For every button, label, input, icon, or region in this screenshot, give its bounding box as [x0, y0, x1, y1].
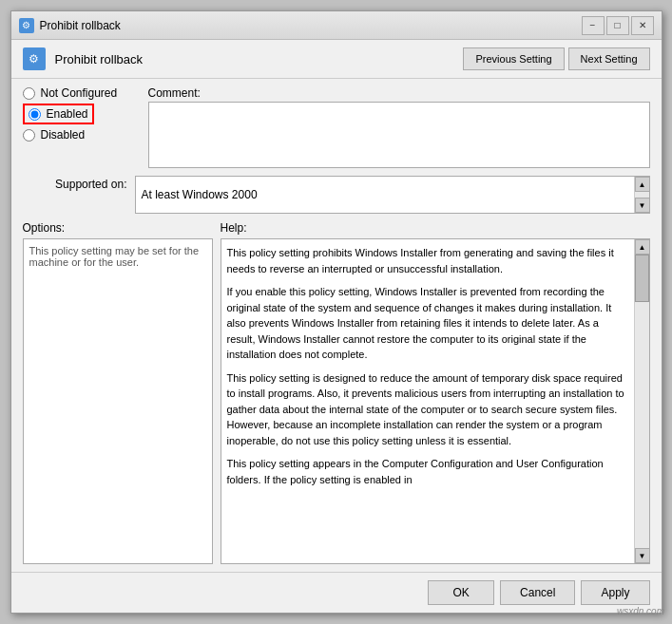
options-text: This policy setting may be set for the m…	[29, 245, 200, 268]
enabled-radio-item[interactable]: Enabled	[23, 104, 137, 124]
next-setting-button[interactable]: Next Setting	[568, 47, 650, 70]
help-section: Help: This policy setting prohibits Wind…	[221, 221, 650, 564]
supported-label: Supported on:	[23, 176, 127, 191]
cancel-button[interactable]: Cancel	[500, 580, 575, 605]
not-configured-radio-item[interactable]: Not Configured	[23, 86, 137, 100]
comment-textarea[interactable]	[148, 102, 650, 168]
sections-area: Options: This policy setting may be set …	[23, 221, 650, 564]
help-header: Help:	[221, 221, 650, 235]
help-para-2: If you enable this policy setting, Windo…	[227, 284, 628, 363]
supported-scroll-up[interactable]: ▲	[635, 177, 650, 192]
header-icon: ⚙	[23, 47, 46, 70]
help-scroll-track	[635, 255, 649, 548]
not-configured-radio[interactable]	[23, 87, 35, 100]
options-header: Options:	[23, 221, 213, 235]
disabled-radio-item[interactable]: Disabled	[23, 128, 137, 142]
header-section: ⚙ Prohibit rollback Previous Setting Nex…	[11, 40, 662, 79]
maximize-button[interactable]: □	[606, 16, 629, 35]
title-bar-controls: − □ ✕	[582, 16, 654, 35]
supported-scrollbar: ▲ ▼	[634, 177, 649, 213]
disabled-radio[interactable]	[23, 129, 35, 142]
sections-content: Options: This policy setting may be set …	[23, 221, 650, 564]
options-box: This policy setting may be set for the m…	[23, 238, 213, 564]
header-buttons: Previous Setting Next Setting	[463, 47, 649, 70]
close-button[interactable]: ✕	[631, 16, 654, 35]
supported-row: Supported on: At least Windows 2000 ▲ ▼	[23, 176, 650, 214]
footer: OK Cancel Apply	[11, 572, 662, 613]
enabled-radio[interactable]	[29, 108, 41, 121]
title-bar: ⚙ Prohibit rollback − □ ✕	[11, 11, 662, 40]
comment-label: Comment:	[148, 86, 650, 100]
ok-button[interactable]: OK	[428, 580, 494, 605]
minimize-button[interactable]: −	[582, 16, 605, 35]
top-row: Not Configured Enabled Disabled Comment:	[23, 86, 650, 168]
supported-value-wrapper: At least Windows 2000 ▲ ▼	[135, 176, 650, 214]
previous-setting-button[interactable]: Previous Setting	[463, 47, 564, 70]
not-configured-label: Not Configured	[41, 86, 118, 100]
window-title: Prohibit rollback	[40, 19, 582, 32]
content-area: Not Configured Enabled Disabled Comment:	[11, 79, 662, 572]
header-title: Prohibit rollback	[55, 52, 464, 66]
window-icon: ⚙	[19, 18, 34, 33]
enabled-label: Enabled	[47, 107, 88, 121]
enabled-radio-wrapper: Enabled	[23, 104, 94, 124]
help-para-4: This policy setting appears in the Compu…	[227, 456, 628, 487]
supported-scroll-down[interactable]: ▼	[635, 198, 650, 213]
comment-section: Comment:	[148, 86, 650, 168]
supported-value: At least Windows 2000	[142, 188, 258, 201]
help-box-wrapper: This policy setting prohibits Windows In…	[221, 238, 650, 564]
help-box[interactable]: This policy setting prohibits Windows In…	[221, 239, 634, 563]
help-scrollbar: ▲ ▼	[634, 239, 649, 563]
help-para-3: This policy setting is designed to reduc…	[227, 370, 628, 449]
help-scroll-down[interactable]: ▼	[635, 548, 650, 563]
apply-button[interactable]: Apply	[581, 580, 649, 605]
main-window: ⚙ Prohibit rollback − □ ✕ ⚙ Prohibit rol…	[10, 10, 662, 614]
disabled-label: Disabled	[41, 128, 86, 142]
help-scroll-up[interactable]: ▲	[635, 239, 650, 255]
help-para-1: This policy setting prohibits Windows In…	[227, 245, 628, 276]
help-scroll-thumb[interactable]	[635, 255, 649, 302]
options-section: Options: This policy setting may be set …	[23, 221, 213, 564]
watermark: wsxdn.com	[617, 606, 664, 616]
radio-group: Not Configured Enabled Disabled	[23, 86, 137, 168]
